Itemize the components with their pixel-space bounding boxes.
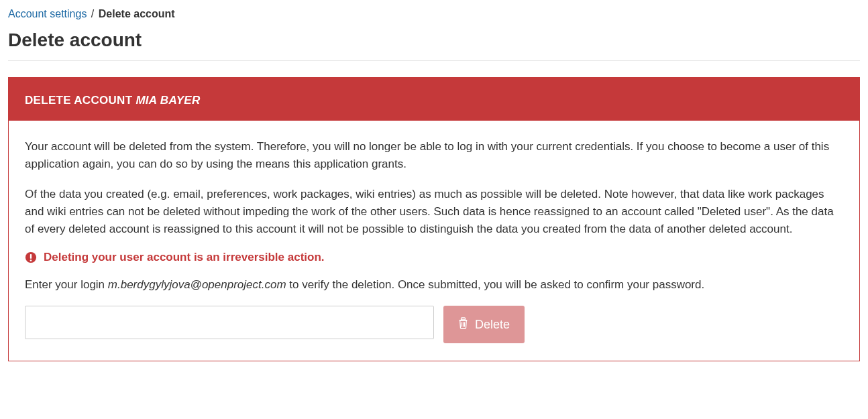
svg-point-2: [30, 259, 32, 261]
info-paragraph-1: Your account will be deleted from the sy…: [25, 138, 843, 174]
breadcrumb-parent-link[interactable]: Account settings: [8, 8, 87, 19]
warning-text: Deleting your user account is an irrever…: [44, 251, 325, 264]
login-verification-input[interactable]: [25, 306, 434, 339]
delete-button[interactable]: Delete: [443, 306, 525, 343]
breadcrumb-separator: /: [91, 8, 94, 19]
panel-header: DELETE ACCOUNT MIA BAYER: [9, 78, 859, 121]
warning-icon: [25, 251, 37, 263]
trash-icon: [458, 317, 468, 333]
page-title: Delete account: [8, 29, 860, 51]
divider: [8, 60, 860, 61]
verify-prefix: Enter your login: [25, 278, 108, 291]
warning-line: Deleting your user account is an irrever…: [25, 251, 843, 264]
breadcrumb-current: Delete account: [99, 8, 175, 19]
breadcrumb: Account settings / Delete account: [8, 8, 860, 20]
form-row: Delete: [25, 306, 843, 343]
info-paragraph-2: Of the data you created (e.g. email, pre…: [25, 186, 843, 239]
verify-suffix: to verify the deletion. Once submitted, …: [286, 278, 705, 291]
panel-header-prefix: DELETE ACCOUNT: [25, 94, 135, 107]
panel-body: Your account will be deleted from the sy…: [9, 121, 859, 361]
svg-rect-1: [30, 254, 32, 259]
verify-instruction: Enter your login m.berdygylyjova@openpro…: [25, 276, 843, 294]
login-email: m.berdygylyjova@openproject.com: [108, 278, 286, 291]
panel-header-username: MIA BAYER: [135, 94, 200, 107]
delete-account-panel: DELETE ACCOUNT MIA BAYER Your account wi…: [8, 77, 860, 361]
delete-button-label: Delete: [475, 318, 510, 332]
